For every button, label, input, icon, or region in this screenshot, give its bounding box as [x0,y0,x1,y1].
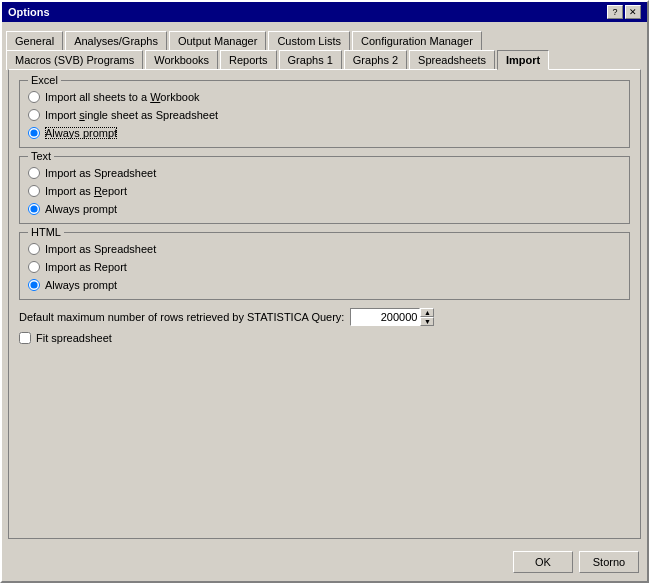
excel-radio-workbook[interactable] [28,91,40,103]
bottom-section: Default maximum number of rows retrieved… [19,308,630,344]
tab-graphs1[interactable]: Graphs 1 [279,50,342,70]
tab-analyses-graphs[interactable]: Analyses/Graphs [65,31,167,50]
tab-configuration-manager[interactable]: Configuration Manager [352,31,482,50]
text-label-prompt[interactable]: Always prompt [45,203,117,215]
tab-row-1: General Analyses/Graphs Output Manager C… [2,26,647,49]
spinner-up-button[interactable]: ▲ [420,308,434,317]
help-button[interactable]: ? [607,5,623,19]
title-bar: Options ? ✕ [2,2,647,22]
html-label-prompt[interactable]: Always prompt [45,279,117,291]
ok-button[interactable]: OK [513,551,573,573]
query-label: Default maximum number of rows retrieved… [19,311,344,323]
html-group: HTML Import as Spreadsheet Import as Rep… [19,232,630,300]
html-option-1-row: Import as Spreadsheet [28,243,621,255]
text-group: Text Import as Spreadsheet Import as Rep… [19,156,630,224]
tab-macros[interactable]: Macros (SVB) Programs [6,50,143,70]
html-option-2-row: Import as Report [28,261,621,273]
excel-label-workbook[interactable]: Import all sheets to a Workbook [45,91,200,103]
html-radio-prompt[interactable] [28,279,40,291]
text-radio-report[interactable] [28,185,40,197]
tab-row-2: Macros (SVB) Programs Workbooks Reports … [2,49,647,69]
content-area: Excel Import all sheets to a Workbook Im… [8,69,641,539]
excel-radio-spreadsheet[interactable] [28,109,40,121]
excel-label-prompt[interactable]: Always prompt [45,127,117,139]
text-radio-spreadsheet[interactable] [28,167,40,179]
excel-label-spreadsheet[interactable]: Import single sheet as Spreadsheet [45,109,218,121]
options-window: Options ? ✕ General Analyses/Graphs Outp… [0,0,649,583]
query-input[interactable] [350,308,420,326]
close-button[interactable]: ✕ [625,5,641,19]
html-group-label: HTML [28,226,64,238]
text-option-2-row: Import as Report [28,185,621,197]
excel-group-label: Excel [28,74,61,86]
text-radio-prompt[interactable] [28,203,40,215]
tab-workbooks[interactable]: Workbooks [145,50,218,70]
query-input-wrap: ▲ ▼ [350,308,434,326]
html-label-report[interactable]: Import as Report [45,261,127,273]
excel-group: Excel Import all sheets to a Workbook Im… [19,80,630,148]
fit-spreadsheet-row: Fit spreadsheet [19,332,630,344]
html-radio-report[interactable] [28,261,40,273]
html-option-3-row: Always prompt [28,279,621,291]
tab-import[interactable]: Import [497,50,549,70]
title-bar-buttons: ? ✕ [607,5,641,19]
tab-spreadsheets[interactable]: Spreadsheets [409,50,495,70]
text-option-3-row: Always prompt [28,203,621,215]
html-label-spreadsheet[interactable]: Import as Spreadsheet [45,243,156,255]
excel-radio-prompt[interactable] [28,127,40,139]
tab-graphs2[interactable]: Graphs 2 [344,50,407,70]
window-title: Options [8,6,50,18]
excel-option-2-row: Import single sheet as Spreadsheet [28,109,621,121]
excel-option-3-row: Always prompt [28,127,621,139]
query-row: Default maximum number of rows retrieved… [19,308,630,326]
text-option-1-row: Import as Spreadsheet [28,167,621,179]
excel-option-1-row: Import all sheets to a Workbook [28,91,621,103]
text-group-label: Text [28,150,54,162]
html-radio-spreadsheet[interactable] [28,243,40,255]
query-spinner: ▲ ▼ [420,308,434,326]
text-label-report[interactable]: Import as Report [45,185,127,197]
tab-custom-lists[interactable]: Custom Lists [268,31,350,50]
fit-spreadsheet-label[interactable]: Fit spreadsheet [36,332,112,344]
tab-reports[interactable]: Reports [220,50,277,70]
cancel-button[interactable]: Storno [579,551,639,573]
footer: OK Storno [2,545,647,581]
tab-general[interactable]: General [6,31,63,50]
spinner-down-button[interactable]: ▼ [420,317,434,326]
fit-spreadsheet-checkbox[interactable] [19,332,31,344]
tab-output-manager[interactable]: Output Manager [169,31,267,50]
text-label-spreadsheet[interactable]: Import as Spreadsheet [45,167,156,179]
